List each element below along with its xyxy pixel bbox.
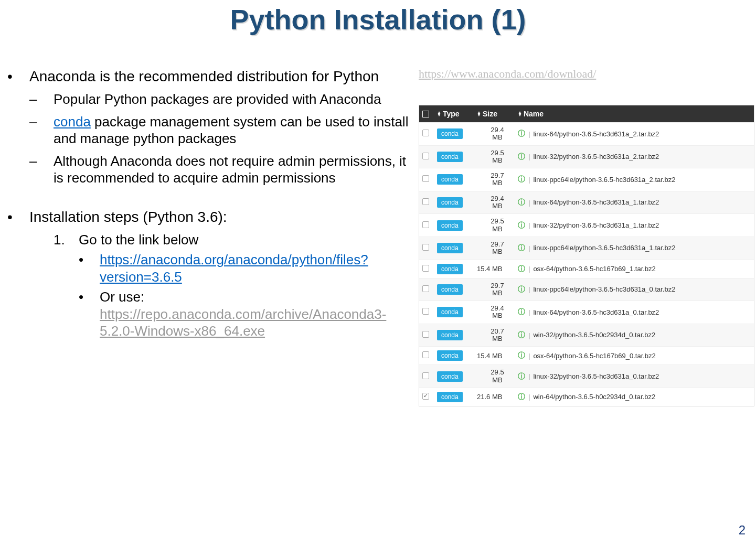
conda-badge: conda [437,350,463,361]
pipe: | [528,176,530,184]
download-link[interactable]: https://www.anaconda.com/download/ [419,67,754,81]
row-name-cell: ⓘ|linux-64/python-3.6.5-hc3d631a_2.tar.b… [518,129,751,138]
row-checkbox[interactable] [422,130,429,136]
or-text: Or use: [100,289,144,305]
row-checkbox-cell [422,153,437,161]
info-icon[interactable]: ⓘ [518,175,525,184]
info-icon[interactable]: ⓘ [518,243,525,253]
pipe: | [528,331,530,339]
row-type-cell: conda [437,350,477,361]
row-checkbox[interactable] [422,153,429,159]
row-name-cell: ⓘ|linux-32/python-3.6.5-hc3d631a_1.tar.b… [518,221,751,230]
row-checkbox[interactable] [422,265,429,272]
sort-icon [477,111,481,116]
row-checkbox-cell [422,265,437,273]
table-row: conda29.5MBⓘ|linux-32/python-3.6.5-hc3d6… [419,213,754,237]
file-name[interactable]: win-32/python-3.6.5-h0c2934d_0.tar.bz2 [533,331,655,339]
header-type[interactable]: Type [437,110,477,118]
file-name[interactable]: linux-64/python-3.6.5-hc3d631a_0.tar.bz2 [533,308,659,317]
row-name-cell: ⓘ|win-64/python-3.6.5-h0c2934d_0.tar.bz2 [518,392,751,402]
row-type-cell: conda [437,307,477,317]
anaconda-files-link[interactable]: https://anaconda.org/anaconda/python/fil… [100,252,368,285]
step-1: 1. Go to the link below [5,231,414,249]
bullet-text: Installation steps (Python 3.6): [29,208,414,226]
row-size-cell: 29.4MB [477,126,518,142]
header-check[interactable] [422,111,437,117]
row-checkbox[interactable] [422,244,429,251]
file-name[interactable]: win-64/python-3.6.5-h0c2934d_0.tar.bz2 [533,393,655,401]
header-size[interactable]: Size [477,110,518,118]
link-cell: https://anaconda.org/anaconda/python/fil… [100,251,414,285]
info-icon[interactable]: ⓘ [518,392,525,402]
file-name[interactable]: linux-64/python-3.6.5-hc3d631a_2.tar.bz2 [533,130,659,138]
row-checkbox-cell [422,198,437,207]
row-checkbox[interactable] [422,372,429,379]
sub-admin: – Although Anaconda does not require adm… [5,153,414,187]
row-name-cell: ⓘ|osx-64/python-3.6.5-hc167b69_0.tar.bz2 [518,351,751,360]
row-checkbox[interactable] [422,221,429,228]
row-name-cell: ⓘ|osx-64/python-3.6.5-hc167b69_1.tar.bz2 [518,264,751,274]
conda-badge: conda [437,152,463,162]
row-checkbox[interactable] [422,331,429,338]
info-icon[interactable]: ⓘ [518,221,525,230]
info-icon[interactable]: ⓘ [518,198,525,207]
archive-link[interactable]: https://repo.anaconda.com/archive/Anacon… [100,306,386,339]
conda-link[interactable]: conda [54,114,91,130]
bullet-text: Anaconda is the recommended distribution… [29,67,414,85]
row-checkbox[interactable] [422,393,429,400]
sub-popular: – Popular Python packages are provided w… [5,91,414,108]
file-name[interactable]: linux-32/python-3.6.5-hc3d631a_0.tar.bz2 [533,372,659,381]
header-name[interactable]: Name [518,110,751,118]
pipe: | [528,244,530,252]
row-name-cell: ⓘ|linux-ppc64le/python-3.6.5-hc3d631a_2.… [518,175,751,184]
row-size-cell: 29.5MB [477,218,518,233]
header-label: Size [483,110,497,118]
row-size-cell: 29.7MB [477,172,518,187]
row-checkbox[interactable] [422,198,429,205]
info-icon[interactable]: ⓘ [518,129,525,138]
row-name-cell: ⓘ|linux-ppc64le/python-3.6.5-hc3d631a_1.… [518,243,751,253]
row-checkbox[interactable] [422,175,429,182]
info-icon[interactable]: ⓘ [518,285,525,294]
row-checkbox[interactable] [422,351,429,358]
file-name[interactable]: osx-64/python-3.6.5-hc167b69_1.tar.bz2 [533,265,655,273]
sub-text: Popular Python packages are provided wit… [54,91,414,108]
pipe: | [528,265,530,273]
sub-text: conda package management system can be u… [54,113,414,147]
row-checkbox-cell [422,285,437,294]
file-name[interactable]: linux-64/python-3.6.5-hc3d631a_1.tar.bz2 [533,198,659,207]
pipe: | [528,221,530,229]
row-size-cell: 29.5MB [477,149,518,165]
row-type-cell: conda [437,264,477,274]
header-label: Type [443,110,460,118]
info-icon[interactable]: ⓘ [518,330,525,340]
row-type-cell: conda [437,152,477,162]
info-icon[interactable]: ⓘ [518,152,525,162]
pipe: | [528,153,530,160]
file-name[interactable]: linux-ppc64le/python-3.6.5-hc3d631a_1.ta… [533,244,675,252]
conda-badge: conda [437,371,463,382]
file-name[interactable]: linux-32/python-3.6.5-hc3d631a_2.tar.bz2 [533,153,659,161]
file-name[interactable]: linux-ppc64le/python-3.6.5-hc3d631a_0.ta… [533,285,675,294]
row-type-cell: conda [437,330,477,340]
row-checkbox-cell [422,393,437,401]
info-icon[interactable]: ⓘ [518,351,525,360]
num: 1. [54,231,79,249]
file-name[interactable]: osx-64/python-3.6.5-hc167b69_0.tar.bz2 [533,352,655,360]
file-name[interactable]: linux-32/python-3.6.5-hc3d631a_1.tar.bz2 [533,221,659,230]
file-name[interactable]: linux-ppc64le/python-3.6.5-hc3d631a_2.ta… [533,176,675,184]
or-cell: Or use: https://repo.anaconda.com/archiv… [100,288,414,340]
info-icon[interactable]: ⓘ [518,264,525,274]
row-checkbox[interactable] [422,285,429,292]
info-icon[interactable]: ⓘ [518,372,525,381]
info-icon[interactable]: ⓘ [518,307,525,317]
row-name-cell: ⓘ|win-32/python-3.6.5-h0c2934d_0.tar.bz2 [518,330,751,340]
conda-badge: conda [437,197,463,208]
row-checkbox[interactable] [422,308,429,315]
content: • Anaconda is the recommended distributi… [0,36,756,406]
dash: – [29,113,54,147]
table-row: conda21.6 MBⓘ|win-64/python-3.6.5-h0c293… [419,388,754,406]
row-type-cell: conda [437,243,477,253]
row-type-cell: conda [437,197,477,208]
table-row: conda15.4 MBⓘ|osx-64/python-3.6.5-hc167b… [419,346,754,364]
